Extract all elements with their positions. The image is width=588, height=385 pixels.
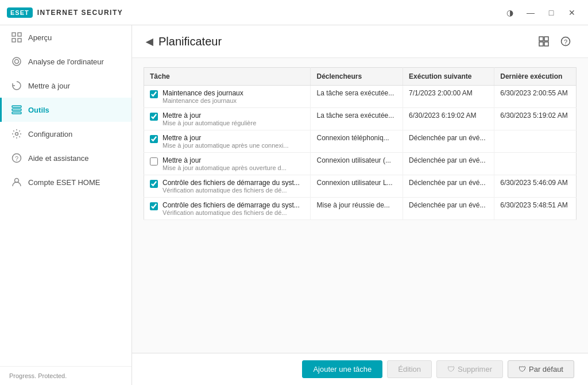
last-exec-cell (494, 153, 577, 175)
sidebar-item-aide[interactable]: ? Aide et assistance (0, 146, 131, 170)
sidebar-item-analyse[interactable]: Analyse de l'ordinateur (0, 49, 131, 74)
sidebar-item-mettre[interactable]: Mettre à jour (0, 74, 131, 98)
task-sub: Vérification automatique des fichiers de… (163, 209, 300, 216)
default-shield-icon: 🛡 (519, 365, 526, 374)
svg-rect-6 (12, 106, 21, 107)
task-checkbox[interactable] (150, 180, 158, 188)
sidebar-item-apercu[interactable]: Aperçu (0, 25, 131, 49)
task-sub: Vérification automatique des fichiers de… (163, 187, 300, 194)
sidebar-label-config: Configuration (28, 130, 72, 138)
minimize-button[interactable]: — (521, 5, 540, 21)
next-exec-cell: Déclenchée par un évé... (403, 153, 494, 175)
trigger-cell: La tâche sera exécutée... (311, 86, 403, 108)
task-cell: Mettre à jourMise à jour automatique apr… (144, 153, 311, 175)
add-task-button[interactable]: Ajouter une tâche (302, 360, 382, 378)
edition-button[interactable]: Édition (387, 360, 432, 378)
eset-logo-badge: ESET (7, 7, 33, 18)
table-row: Contrôle des fichiers de démarrage du sy… (144, 175, 577, 198)
col-execution-suivante: Exécution suivante (403, 68, 494, 86)
task-sub: Mise à jour automatique après ouverture … (163, 164, 287, 171)
sidebar-item-configuration[interactable]: Configuration (0, 122, 131, 146)
last-exec-cell: 6/30/2023 5:19:02 AM (494, 108, 577, 130)
task-name: Contrôle des fichiers de démarrage du sy… (163, 201, 300, 209)
bottom-actions: Ajouter une tâche Édition 🛡 Supprimer 🛡 … (302, 360, 574, 378)
trigger-cell: La tâche sera exécutée... (311, 108, 403, 130)
last-exec-cell: 6/30/2023 2:00:55 AM (494, 86, 577, 108)
table-row: Contrôle des fichiers de démarrage du sy… (144, 198, 577, 220)
sidebar-footer: Progress. Protected. (0, 366, 131, 385)
next-exec-cell: 7/1/2023 2:00:00 AM (403, 86, 494, 108)
main-layout: Aperçu Analyse de l'ordinateur Mettre à … (0, 25, 588, 385)
trigger-cell: Connexion utilisateur L... (311, 175, 403, 198)
scheduler-table: Tâche Déclencheurs Exécution suivante De… (144, 67, 577, 220)
task-name: Mettre à jour (163, 111, 256, 120)
svg-rect-14 (544, 37, 548, 41)
svg-rect-8 (12, 112, 21, 114)
window-controls: ◑ — □ ✕ (501, 5, 581, 21)
svg-rect-13 (539, 37, 543, 41)
sidebar-label-apercu: Aperçu (28, 33, 52, 42)
task-cell: Maintenance des journauxMaintenance des … (144, 86, 311, 108)
header-actions: ? (535, 33, 574, 49)
svg-text:?: ? (564, 38, 567, 45)
trigger-cell: Connexion utilisateur (... (311, 153, 403, 175)
svg-rect-15 (539, 42, 543, 46)
svg-text:?: ? (15, 155, 18, 162)
app-title: INTERNET SECURITY (37, 9, 123, 17)
svg-rect-1 (18, 33, 21, 36)
content-area: ◀ Planificateur ? Tâche Déclencheurs Exé… (132, 25, 588, 385)
task-checkbox[interactable] (150, 135, 158, 143)
svg-rect-7 (12, 109, 21, 111)
svg-rect-3 (18, 38, 21, 42)
col-declencheurs: Déclencheurs (311, 68, 403, 86)
task-cell: Mettre à jourMise à jour automatique apr… (144, 130, 311, 153)
sidebar-label-analyse: Analyse de l'ordinateur (28, 57, 104, 66)
scan-icon (11, 56, 22, 67)
close-button[interactable]: ✕ (563, 5, 581, 21)
titlebar: ESET INTERNET SECURITY ◑ — □ ✕ (0, 0, 588, 25)
svg-point-9 (16, 133, 18, 136)
trigger-cell: Connexion téléphoniq... (311, 130, 403, 153)
bottom-bar: Ajouter une tâche Édition 🛡 Supprimer 🛡 … (132, 353, 588, 385)
help-button[interactable]: ? (557, 33, 574, 49)
task-name: Contrôle des fichiers de démarrage du sy… (163, 179, 300, 187)
app-logo: ESET INTERNET SECURITY (7, 7, 123, 18)
update-icon (11, 80, 22, 91)
table-area: Tâche Déclencheurs Exécution suivante De… (132, 58, 588, 353)
content-header: ◀ Planificateur ? (132, 25, 588, 58)
delete-button[interactable]: 🛡 Supprimer (436, 360, 503, 378)
next-exec-cell: Déclenchée par un évé... (403, 130, 494, 153)
task-name: Maintenance des journaux (163, 89, 243, 97)
back-arrow[interactable]: ◀ (146, 36, 153, 47)
task-checkbox[interactable] (150, 157, 158, 165)
task-checkbox[interactable] (150, 90, 158, 98)
task-sub: Maintenance des journaux (163, 97, 243, 104)
default-button[interactable]: 🛡 Par défaut (508, 360, 574, 378)
sidebar-label-compte: Compte ESET HOME (28, 178, 100, 187)
maximize-button[interactable]: □ (542, 5, 560, 21)
task-checkbox[interactable] (150, 113, 158, 121)
sidebar-label-aide: Aide et assistance (28, 154, 89, 163)
delete-shield-icon: 🛡 (447, 365, 455, 374)
task-cell: Mettre à jourMise à jour automatique rég… (144, 108, 311, 130)
grid-view-button[interactable] (535, 33, 552, 49)
contrast-button[interactable]: ◑ (501, 5, 519, 21)
svg-point-4 (13, 57, 21, 66)
last-exec-cell: 6/30/2023 5:46:09 AM (494, 175, 577, 198)
help-icon: ? (11, 152, 22, 164)
grid-icon (11, 32, 22, 43)
next-exec-cell: Déclenchée par un évé... (403, 198, 494, 220)
table-row: Mettre à jourMise à jour automatique rég… (144, 108, 577, 130)
sidebar-item-compte[interactable]: Compte ESET HOME (0, 170, 131, 194)
sidebar-item-outils[interactable]: Outils (0, 98, 131, 122)
svg-rect-0 (12, 33, 16, 36)
svg-rect-16 (544, 42, 548, 46)
task-name: Mettre à jour (163, 156, 287, 164)
table-row: Mettre à jourMise à jour automatique apr… (144, 130, 577, 153)
account-icon (11, 176, 22, 188)
task-cell: Contrôle des fichiers de démarrage du sy… (144, 175, 311, 198)
next-exec-cell: 6/30/2023 6:19:02 AM (403, 108, 494, 130)
next-exec-cell: Déclenchée par un évé... (403, 175, 494, 198)
svg-point-5 (15, 60, 19, 64)
task-checkbox[interactable] (150, 202, 158, 210)
